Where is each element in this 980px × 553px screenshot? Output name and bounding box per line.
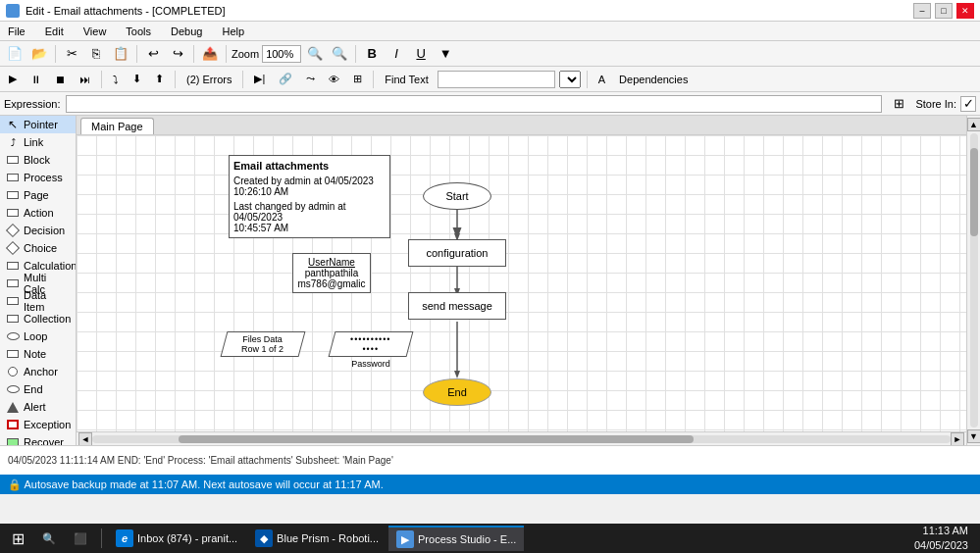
errors-button[interactable]: (2) Errors — [181, 69, 236, 90]
vertical-scrollbar[interactable]: ▲ ▼ — [966, 116, 980, 445]
panel-item-label-pointer: Pointer — [24, 119, 58, 130]
maximize-button[interactable]: □ — [935, 3, 953, 19]
panel-item-block[interactable]: Block — [0, 151, 76, 169]
run-button[interactable]: ▶ — [4, 69, 22, 90]
username-data-item[interactable]: UserName panthpathila ms786@gmalic — [292, 253, 371, 293]
publish-button[interactable]: 📤 — [199, 43, 221, 65]
horizontal-scrollbar[interactable]: ◄ ► — [77, 431, 966, 445]
table-button[interactable]: ⊞ — [348, 69, 367, 90]
run-to-button[interactable]: ⤳ — [301, 69, 320, 90]
close-button[interactable]: ✕ — [956, 3, 974, 19]
flow-arrows — [77, 135, 966, 431]
left-panel: ↖ Pointer ⤴ Link Block Process Page Acti… — [0, 116, 77, 445]
scrollbar-track-h[interactable] — [92, 435, 951, 443]
log-message: 04/05/2023 11:11:14 AM END: 'End' Proces… — [8, 455, 393, 466]
stop-button[interactable]: ⏹ — [50, 69, 71, 90]
files-data-item[interactable]: Files DataRow 1 of 2 — [224, 331, 302, 357]
password-data-item[interactable]: •••••••••••••• Password — [332, 331, 410, 369]
zoom-input[interactable] — [262, 45, 301, 63]
menu-tools[interactable]: Tools — [122, 25, 155, 38]
italic-button[interactable]: I — [386, 43, 407, 65]
panel-item-label-end: End — [24, 383, 43, 395]
find-text-input[interactable] — [438, 71, 555, 88]
cut-button[interactable]: ✂ — [61, 43, 82, 65]
link-button[interactable]: 🔗 — [274, 69, 297, 90]
scroll-up-button[interactable]: ▲ — [967, 118, 981, 131]
find-scope-dropdown[interactable] — [559, 71, 581, 88]
expression-helper-button[interactable]: ⊞ — [888, 93, 909, 115]
panel-item-exception[interactable]: Exception — [0, 416, 76, 433]
scrollbar-thumb-h[interactable] — [179, 435, 694, 443]
scrollbar-track-v[interactable] — [970, 133, 978, 427]
panel-item-process[interactable]: Process — [0, 169, 76, 186]
recover-icon — [6, 435, 20, 445]
start-page-button[interactable]: ▶| — [249, 69, 270, 90]
panel-item-link[interactable]: ⤴ Link — [0, 133, 76, 151]
zoom-in-button[interactable]: 🔍 — [304, 43, 326, 65]
redo-button[interactable]: ↪ — [167, 43, 188, 65]
format-dropdown[interactable]: ▼ — [435, 43, 456, 65]
undo-button[interactable]: ↩ — [142, 43, 164, 65]
panel-item-note[interactable]: Note — [0, 345, 76, 363]
taskbar-search[interactable]: 🔍 — [34, 526, 64, 551]
step-button[interactable]: ⏭ — [75, 69, 95, 90]
underline-button[interactable]: U — [410, 43, 432, 65]
menu-help[interactable]: Help — [218, 25, 248, 38]
canvas[interactable]: Email attachments Created by admin at 04… — [77, 135, 966, 431]
copy-button[interactable]: ⎘ — [85, 43, 107, 65]
paste-button[interactable]: 📋 — [110, 43, 131, 65]
open-button[interactable]: 📂 — [28, 43, 50, 65]
expression-input[interactable] — [66, 95, 882, 113]
zoom-out-button[interactable]: 🔍 — [329, 43, 350, 65]
taskbar: ⊞ 🔍 ⬛ e Inbox (874) - pranit... ◆ Blue P… — [0, 524, 980, 553]
window-controls: – □ ✕ — [913, 3, 974, 19]
end-node[interactable]: End — [423, 378, 491, 406]
panel-item-collection[interactable]: Collection — [0, 310, 76, 327]
new-button[interactable]: 📄 — [4, 43, 26, 65]
panel-item-end[interactable]: End — [0, 380, 76, 398]
panel-item-action[interactable]: Action — [0, 204, 76, 222]
sep10 — [587, 71, 588, 88]
panel-item-pointer[interactable]: ↖ Pointer — [0, 116, 76, 133]
step-over-button[interactable]: ⤵ — [108, 69, 124, 90]
panel-item-anchor[interactable]: Anchor — [0, 363, 76, 380]
bold-button[interactable]: B — [361, 43, 383, 65]
tab-main-page[interactable]: Main Page — [80, 118, 154, 134]
configuration-node[interactable]: configuration — [408, 239, 506, 267]
pause-button[interactable]: ⏸ — [26, 69, 46, 90]
panel-item-label-link: Link — [24, 136, 43, 148]
menu-file[interactable]: File — [4, 25, 29, 38]
menu-debug[interactable]: Debug — [167, 25, 206, 38]
panel-item-page[interactable]: Page — [0, 186, 76, 204]
start-button[interactable]: ⊞ — [4, 526, 32, 551]
panel-item-data-item[interactable]: Data Item — [0, 292, 76, 310]
step-in-button[interactable]: ⬇ — [128, 69, 146, 90]
scroll-left-button[interactable]: ◄ — [78, 432, 92, 446]
minimize-button[interactable]: – — [913, 3, 931, 19]
send-message-node[interactable]: send message — [408, 292, 506, 320]
menu-view[interactable]: View — [79, 25, 111, 38]
taskbar-edge[interactable]: e Inbox (874) - pranit... — [108, 526, 245, 551]
watch-button[interactable]: 👁 — [324, 69, 344, 90]
panel-item-choice[interactable]: Choice — [0, 239, 76, 257]
dependencies-button[interactable]: Dependencies — [614, 69, 693, 90]
scrollbar-thumb-v[interactable] — [970, 148, 978, 236]
step-out-button[interactable]: ⬆ — [150, 69, 169, 90]
end-icon — [6, 382, 20, 396]
menu-edit[interactable]: Edit — [41, 25, 68, 38]
info-lastchanged-time: 10:45:57 AM — [233, 223, 386, 233]
panel-item-decision[interactable]: Decision — [0, 222, 76, 239]
find-text-button[interactable]: Find Text — [380, 69, 433, 90]
store-in-checkbox[interactable]: ✓ — [960, 96, 976, 112]
scroll-right-button[interactable]: ► — [951, 432, 964, 446]
taskbar-blue-prism[interactable]: ◆ Blue Prism - Roboti... — [247, 526, 387, 551]
panel-item-recover[interactable]: Recover — [0, 433, 76, 445]
log-bar: 04/05/2023 11:11:14 AM END: 'End' Proces… — [0, 445, 980, 475]
scroll-down-button[interactable]: ▼ — [967, 429, 981, 443]
taskbar-process-studio[interactable]: ▶ Process Studio - E... — [388, 526, 524, 551]
taskbar-task-view[interactable]: ⬛ — [66, 526, 95, 551]
panel-item-alert[interactable]: Alert — [0, 398, 76, 416]
start-node[interactable]: Start — [423, 182, 491, 210]
highlight-button[interactable]: A — [593, 69, 610, 90]
panel-item-loop[interactable]: Loop — [0, 327, 76, 345]
